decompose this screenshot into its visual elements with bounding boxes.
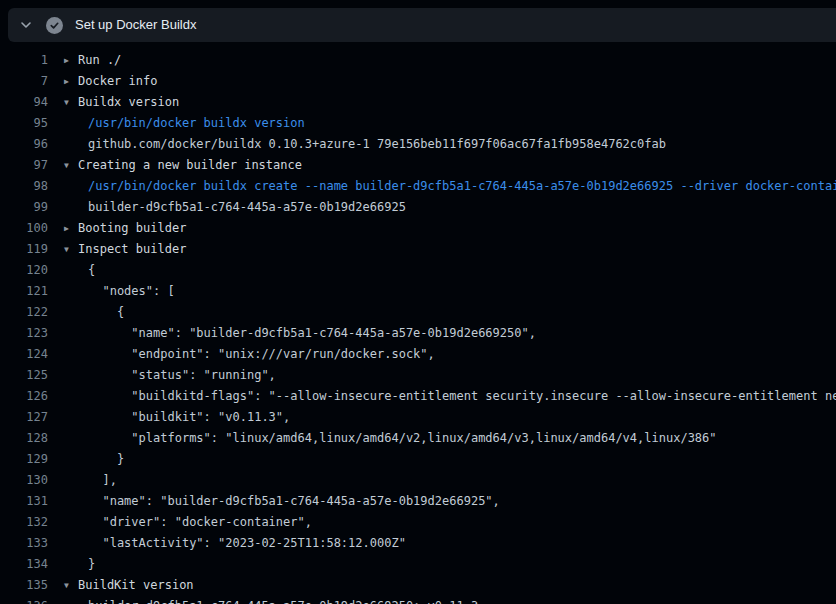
line-number[interactable]: 129 [0,449,48,470]
log-line-text: "driver": "docker-container", [88,515,312,529]
log-group-header[interactable]: ▼Buildx version [48,92,836,113]
log-line-text: } [88,557,95,571]
triangle-down-icon[interactable]: ▼ [64,575,73,596]
line-number[interactable]: 130 [0,470,48,491]
log-line: 127 "buildkit": "v0.11.3", [0,407,836,428]
log-line: 99builder-d9cfb5a1-c764-445a-a57e-0b19d2… [0,197,836,218]
log-line: 97▼Creating a new builder instance [0,155,836,176]
line-number[interactable]: 120 [0,260,48,281]
line-number[interactable]: 95 [0,113,48,134]
log-line: 122 { [0,302,836,323]
log-text: github.com/docker/buildx 0.10.3+azure-1 … [48,134,836,155]
log-line-text: BuildKit version [78,578,194,592]
log-line: 125 "status": "running", [0,365,836,386]
log-line: 98/usr/bin/docker buildx create --name b… [0,176,836,197]
triangle-down-icon[interactable]: ▼ [64,92,73,113]
log-group-header[interactable]: ▼Inspect builder [48,239,836,260]
log-text: ], [48,470,836,491]
line-number[interactable]: 96 [0,134,48,155]
line-number[interactable]: 121 [0,281,48,302]
triangle-right-icon[interactable]: ▶ [64,218,73,239]
log-line: 124 "endpoint": "unix:///var/run/docker.… [0,344,836,365]
log-line: 1▶Run ./ [0,50,836,71]
line-number[interactable]: 100 [0,218,48,239]
log-line-text: Inspect builder [78,242,186,256]
line-number[interactable]: 136 [0,596,48,604]
line-number[interactable]: 132 [0,512,48,533]
log-line-text: "name": "builder-d9cfb5a1-c764-445a-a57e… [88,326,536,340]
line-number[interactable]: 134 [0,554,48,575]
line-number[interactable]: 128 [0,428,48,449]
line-number[interactable]: 99 [0,197,48,218]
log-line-text: Booting builder [78,221,186,235]
log-line-text: "buildkitd-flags": "--allow-insecure-ent… [88,389,836,403]
log-group-header[interactable]: ▼Creating a new builder instance [48,155,836,176]
log-line: 120{ [0,260,836,281]
line-number[interactable]: 125 [0,365,48,386]
chevron-down-icon[interactable] [18,17,34,33]
triangle-right-icon[interactable]: ▶ [64,71,73,92]
log-text: "lastActivity": "2023-02-25T11:58:12.000… [48,533,836,554]
line-number[interactable]: 122 [0,302,48,323]
log-line-text: Docker info [78,74,157,88]
log-group-header[interactable]: ▶Run ./ [48,50,836,71]
log-line-text: { [88,305,124,319]
log-text: /usr/bin/docker buildx version [48,113,836,134]
log-line: 136builder-d9cfb5a1-c764-445a-a57e-0b19d… [0,596,836,604]
log-line: 132 "driver": "docker-container", [0,512,836,533]
log-text: "buildkit": "v0.11.3", [48,407,836,428]
log-line-text: Creating a new builder instance [78,158,302,172]
line-number[interactable]: 119 [0,239,48,260]
log-line: 129 } [0,449,836,470]
triangle-down-icon[interactable]: ▼ [64,239,73,260]
log-line: 130 ], [0,470,836,491]
log-text: { [48,302,836,323]
log-text: "name": "builder-d9cfb5a1-c764-445a-a57e… [48,323,836,344]
log-line: 119▼Inspect builder [0,239,836,260]
line-number[interactable]: 124 [0,344,48,365]
log-line: 133 "lastActivity": "2023-02-25T11:58:12… [0,533,836,554]
line-number[interactable]: 135 [0,575,48,596]
log-group-header[interactable]: ▶Booting builder [48,218,836,239]
log-text: builder-d9cfb5a1-c764-445a-a57e-0b19d2e6… [48,596,836,604]
line-number[interactable]: 94 [0,92,48,113]
log-line: 100▶Booting builder [0,218,836,239]
log-text: /usr/bin/docker buildx create --name bui… [48,176,836,197]
log-line-text: "platforms": "linux/amd64,linux/amd64/v2… [88,431,717,445]
log-text: "endpoint": "unix:///var/run/docker.sock… [48,344,836,365]
triangle-down-icon[interactable]: ▼ [64,155,73,176]
line-number[interactable]: 131 [0,491,48,512]
log-text: builder-d9cfb5a1-c764-445a-a57e-0b19d2e6… [48,197,836,218]
log-line-text: "buildkit": "v0.11.3", [88,410,290,424]
log-line-text: /usr/bin/docker buildx create --name bui… [88,179,836,193]
log-text: "status": "running", [48,365,836,386]
log-line-text: "status": "running", [88,368,276,382]
line-number[interactable]: 97 [0,155,48,176]
log-line: 96github.com/docker/buildx 0.10.3+azure-… [0,134,836,155]
line-number[interactable]: 7 [0,71,48,92]
log-line: 123 "name": "builder-d9cfb5a1-c764-445a-… [0,323,836,344]
log-line: 126 "buildkitd-flags": "--allow-insecure… [0,386,836,407]
log-text: } [48,449,836,470]
log-text: "buildkitd-flags": "--allow-insecure-ent… [48,386,836,407]
line-number[interactable]: 127 [0,407,48,428]
log-line-text: { [88,263,95,277]
log-line-text: "endpoint": "unix:///var/run/docker.sock… [88,347,435,361]
log-text: "name": "builder-d9cfb5a1-c764-445a-a57e… [48,491,836,512]
line-number[interactable]: 98 [0,176,48,197]
log-group-header[interactable]: ▶Docker info [48,71,836,92]
log-line: 7▶Docker info [0,71,836,92]
log-line-text: /usr/bin/docker buildx version [88,116,305,130]
line-number[interactable]: 123 [0,323,48,344]
log-line-text: ], [88,473,117,487]
log-viewer: 1▶Run ./7▶Docker info94▼Buildx version95… [0,50,836,604]
log-text: "driver": "docker-container", [48,512,836,533]
log-line-text: builder-d9cfb5a1-c764-445a-a57e-0b19d2e6… [88,599,478,604]
log-text: } [48,554,836,575]
step-header[interactable]: Set up Docker Buildx [8,8,836,42]
line-number[interactable]: 126 [0,386,48,407]
triangle-right-icon[interactable]: ▶ [64,50,73,71]
line-number[interactable]: 133 [0,533,48,554]
line-number[interactable]: 1 [0,50,48,71]
log-group-header[interactable]: ▼BuildKit version [48,575,836,596]
